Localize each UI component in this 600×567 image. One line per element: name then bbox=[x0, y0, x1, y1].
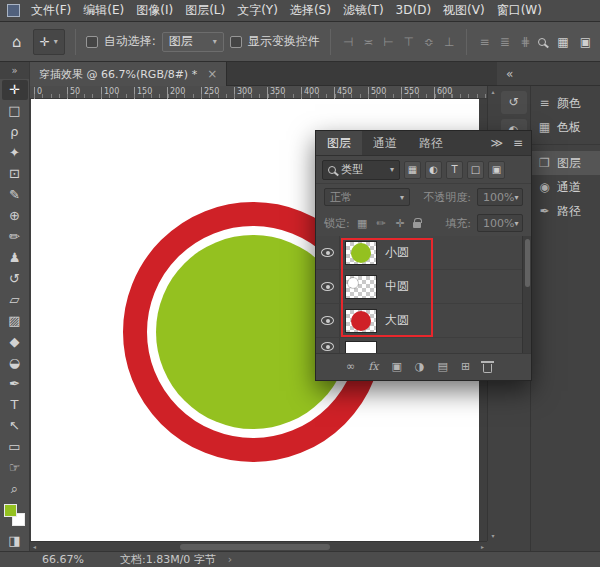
horizontal-scrollbar[interactable]: ◂ ▸ bbox=[30, 541, 487, 551]
align-horizontal-centers-icon[interactable]: ≍ bbox=[361, 35, 375, 49]
blend-mode-dropdown[interactable]: 正常 ▾ bbox=[324, 188, 410, 206]
show-transform-checkbox[interactable] bbox=[230, 36, 242, 48]
distribute-spacing-icon[interactable]: ⋕ bbox=[518, 35, 532, 49]
filter-shape-layers-icon[interactable]: □ bbox=[467, 161, 484, 179]
auto-select-checkbox[interactable] bbox=[86, 36, 98, 48]
filter-pixel-layers-icon[interactable]: ▦ bbox=[404, 161, 421, 179]
document-tab[interactable]: 穿插效果 @ 66.7%(RGB/8#) * × bbox=[30, 62, 227, 86]
tab-layers[interactable]: 图层 bbox=[316, 131, 362, 155]
layer-effects-icon[interactable]: fx bbox=[368, 360, 378, 373]
menu-image[interactable]: 图像(I) bbox=[130, 0, 179, 22]
align-bottom-edges-icon[interactable]: ⊥ bbox=[442, 35, 456, 49]
foreground-color-swatch[interactable] bbox=[4, 504, 17, 517]
tool-brush[interactable]: ✏ bbox=[2, 227, 28, 247]
distribute-horizontal-icon[interactable]: ≡ bbox=[477, 35, 491, 49]
align-top-edges-icon[interactable]: ⊤ bbox=[402, 35, 416, 49]
tool-healing-brush[interactable]: ⊕ bbox=[2, 206, 28, 226]
panel-overflow-icon[interactable]: ≫ bbox=[490, 136, 503, 150]
distribute-vertical-icon[interactable]: ≣ bbox=[498, 35, 512, 49]
visibility-toggle[interactable] bbox=[316, 270, 340, 303]
layer-name[interactable]: 中圆 bbox=[385, 278, 409, 295]
layer-row-big-circle[interactable]: 大圆 bbox=[316, 304, 531, 338]
tool-hand[interactable]: ☞ bbox=[2, 458, 28, 478]
scroll-thumb[interactable] bbox=[525, 239, 530, 287]
toolbar-collapse-button[interactable]: » bbox=[0, 62, 29, 79]
auto-select-dropdown[interactable]: 图层 ▾ bbox=[162, 32, 224, 52]
menu-select[interactable]: 选择(S) bbox=[284, 0, 337, 22]
layer-row-middle-circle[interactable]: 中圆 bbox=[316, 270, 531, 304]
opacity-dropdown[interactable]: 100% ▾ bbox=[477, 188, 523, 206]
tool-history-brush[interactable]: ↺ bbox=[2, 269, 28, 289]
layer-thumbnail[interactable] bbox=[346, 242, 376, 264]
quick-mask-button[interactable]: ◨ bbox=[2, 531, 28, 551]
dock-item-channels[interactable]: ◉ 通道 bbox=[531, 175, 600, 199]
current-tool-button[interactable]: ✛ ▾ bbox=[33, 29, 65, 55]
filter-smart-objects-icon[interactable]: ▣ bbox=[488, 161, 505, 179]
filter-type-layers-icon[interactable]: T bbox=[446, 161, 463, 179]
tool-clone-stamp[interactable]: ♟ bbox=[2, 248, 28, 268]
tool-move[interactable]: ✛ bbox=[2, 80, 28, 100]
status-chevron-icon[interactable]: › bbox=[228, 553, 232, 566]
lock-transparent-pixels-icon[interactable]: ▦ bbox=[356, 217, 369, 230]
visibility-toggle[interactable] bbox=[316, 236, 340, 269]
new-group-icon[interactable]: ▤ bbox=[437, 360, 447, 373]
layer-mask-icon[interactable]: ▣ bbox=[391, 360, 401, 373]
tool-dodge[interactable]: ◒ bbox=[2, 353, 28, 373]
menu-type[interactable]: 文字(Y) bbox=[231, 0, 284, 22]
lock-image-pixels-icon[interactable]: ✏ bbox=[375, 217, 388, 230]
link-layers-icon[interactable]: ∞ bbox=[346, 360, 355, 373]
adjustment-layer-icon[interactable]: ◑ bbox=[415, 360, 425, 373]
dock-collapse-button[interactable]: « bbox=[497, 62, 600, 86]
tab-paths[interactable]: 路径 bbox=[408, 131, 454, 155]
dock-item-color[interactable]: ≡ 颜色 bbox=[531, 91, 600, 115]
dock-item-layers[interactable]: ❐ 图层 bbox=[531, 151, 600, 175]
dock-item-swatches[interactable]: ▦ 色板 bbox=[531, 115, 600, 139]
zoom-level[interactable]: 66.67% bbox=[42, 553, 84, 566]
panel-menu-icon[interactable]: ≡ bbox=[513, 136, 523, 150]
layer-list-scrollbar[interactable] bbox=[522, 236, 531, 353]
menu-edit[interactable]: 编辑(E) bbox=[77, 0, 130, 22]
tool-crop[interactable]: ⊡ bbox=[2, 164, 28, 184]
layer-name[interactable]: 大圆 bbox=[385, 312, 409, 329]
layer-name[interactable]: 小圆 bbox=[385, 244, 409, 261]
menu-3d[interactable]: 3D(D) bbox=[390, 0, 437, 22]
color-swatches[interactable] bbox=[2, 503, 28, 530]
lock-position-icon[interactable]: ✛ bbox=[394, 217, 407, 230]
tool-rectangle-shape[interactable]: ▭ bbox=[2, 437, 28, 457]
search-icon[interactable] bbox=[538, 38, 546, 46]
lock-all-icon[interactable] bbox=[413, 222, 421, 228]
tool-blur[interactable]: ◆ bbox=[2, 332, 28, 352]
layer-thumbnail[interactable] bbox=[346, 310, 376, 332]
delete-layer-icon[interactable] bbox=[483, 364, 492, 373]
menu-view[interactable]: 视图(V) bbox=[437, 0, 491, 22]
layer-row-small-circle[interactable]: 小圆 bbox=[316, 236, 531, 270]
layer-thumbnail[interactable] bbox=[346, 276, 376, 298]
align-left-edges-icon[interactable]: ⊣ bbox=[341, 35, 355, 49]
tool-lasso[interactable]: ρ bbox=[2, 122, 28, 142]
align-right-edges-icon[interactable]: ⊢ bbox=[381, 35, 395, 49]
home-icon[interactable]: ⌂ bbox=[7, 33, 27, 51]
close-icon[interactable]: × bbox=[207, 67, 217, 81]
tool-eyedropper[interactable]: ✎ bbox=[2, 185, 28, 205]
scroll-left-icon[interactable]: ◂ bbox=[33, 543, 36, 550]
fill-dropdown[interactable]: 100% ▾ bbox=[477, 214, 523, 232]
align-vertical-centers-icon[interactable]: ≎ bbox=[422, 35, 436, 49]
filter-type-dropdown[interactable]: 类型 ▾ bbox=[322, 160, 400, 180]
history-panel-icon[interactable]: ↺ bbox=[501, 91, 527, 114]
layer-row-partial[interactable] bbox=[316, 338, 531, 354]
tool-path-selection[interactable]: ↖ bbox=[2, 416, 28, 436]
arrange-documents-icon[interactable]: ▣ bbox=[580, 35, 591, 49]
horizontal-scroll-thumb[interactable] bbox=[180, 544, 330, 550]
dock-item-paths[interactable]: ✒ 路径 bbox=[531, 199, 600, 223]
menu-layer[interactable]: 图层(L) bbox=[179, 0, 231, 22]
tool-zoom[interactable]: ⌕ bbox=[2, 479, 28, 499]
tool-type[interactable]: T bbox=[2, 395, 28, 415]
visibility-toggle[interactable] bbox=[316, 338, 340, 354]
new-layer-icon[interactable]: ⊞ bbox=[461, 360, 470, 373]
tool-rectangular-marquee[interactable]: □ bbox=[2, 101, 28, 121]
tool-eraser[interactable]: ▱ bbox=[2, 290, 28, 310]
tool-quick-selection[interactable]: ✦ bbox=[2, 143, 28, 163]
scroll-right-icon[interactable]: ▸ bbox=[481, 543, 484, 550]
tool-pen[interactable]: ✒ bbox=[2, 374, 28, 394]
menu-file[interactable]: 文件(F) bbox=[25, 0, 77, 22]
